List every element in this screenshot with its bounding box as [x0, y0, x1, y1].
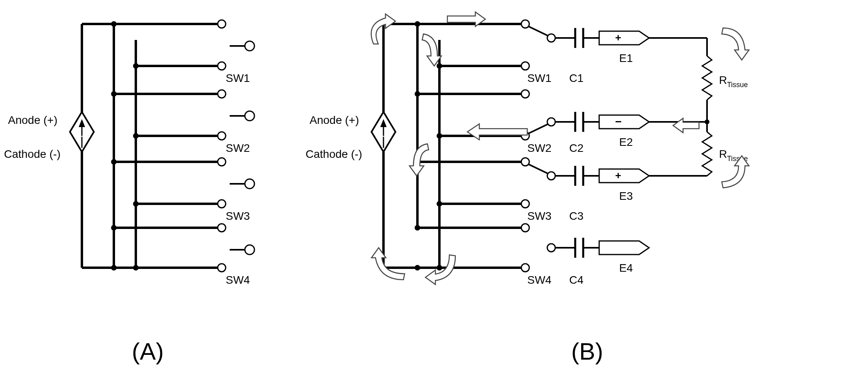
svg-point-22: [245, 111, 254, 121]
svg-line-61: [528, 26, 548, 36]
cathode-label-a: Cathode (-): [4, 148, 61, 160]
svg-point-110: [415, 265, 420, 271]
svg-point-29: [218, 158, 226, 166]
svg-line-89: [528, 164, 548, 174]
circuit-a: SW1 SW2 SW3: [4, 20, 254, 286]
svg-point-108: [415, 225, 420, 231]
circuit-b: Anode (+) Cathode (-) + SW1 C1 E1: [306, 12, 749, 286]
svg-point-34: [111, 159, 117, 165]
svg-point-38: [245, 245, 254, 255]
svg-point-21: [218, 90, 226, 98]
svg-point-37: [218, 224, 226, 232]
svg-point-30: [245, 179, 254, 189]
anode-label-b: Anode (+): [310, 114, 359, 126]
sw2a-label: SW2: [226, 142, 250, 154]
svg-point-59: [521, 62, 529, 70]
svg-point-68: [415, 21, 420, 27]
cathode-label-b: Cathode (-): [306, 148, 362, 160]
svg-marker-94: [599, 169, 649, 183]
svg-point-41: [218, 264, 226, 272]
svg-point-57: [521, 20, 529, 28]
svg-point-99: [521, 224, 529, 232]
svg-point-14: [245, 41, 254, 51]
sw1b-label: SW1: [527, 72, 552, 84]
svg-point-85: [521, 158, 529, 166]
svg-line-75: [528, 124, 548, 133]
svg-point-101: [521, 264, 529, 272]
svg-point-25: [218, 132, 226, 140]
r2-label: R: [719, 148, 727, 160]
svg-point-45: [111, 265, 117, 271]
svg-point-82: [415, 91, 420, 97]
svg-point-102: [547, 244, 555, 252]
sw3a-label: SW3: [226, 210, 250, 222]
sw3b-label: SW3: [527, 210, 552, 222]
svg-marker-107: [599, 241, 649, 255]
sw2b-label: SW2: [527, 142, 552, 154]
sw4a-label: SW4: [226, 274, 250, 286]
svg-point-97: [437, 201, 442, 207]
c3-label: C3: [569, 210, 584, 222]
current-source-b: [371, 112, 395, 152]
svg-point-18: [111, 21, 117, 27]
fig-a-label: (A): [132, 338, 164, 365]
sw4b-label: SW4: [527, 274, 552, 286]
circuit-diagram: SW1 SW2 SW3: [0, 0, 868, 382]
sw1a-label: SW1: [226, 72, 250, 84]
fig-b-label: (B): [571, 338, 603, 365]
e3-sign: +: [615, 169, 621, 181]
r1-sub: Tissue: [727, 81, 748, 89]
svg-point-13: [218, 20, 226, 28]
svg-point-42: [111, 225, 117, 231]
svg-point-71: [521, 90, 529, 98]
c1-label: C1: [569, 72, 584, 84]
svg-point-17: [218, 62, 226, 70]
e2-sign: −: [615, 115, 622, 128]
svg-point-69: [437, 63, 442, 69]
svg-point-87: [521, 200, 529, 208]
svg-point-26: [111, 91, 117, 97]
svg-marker-66: [599, 31, 649, 45]
e1-label: E1: [619, 52, 633, 64]
current-source-a: [70, 24, 94, 152]
r1-label: R: [719, 74, 727, 86]
c2-label: C2: [569, 142, 584, 154]
svg-point-83: [437, 133, 442, 139]
e2-label: E2: [619, 136, 633, 148]
c4-label: C4: [569, 274, 584, 286]
svg-point-109: [437, 265, 442, 271]
svg-point-33: [218, 200, 226, 208]
flow-arrows: [371, 12, 749, 285]
e1-sign: +: [615, 32, 621, 44]
e3-label: E3: [619, 190, 633, 202]
e4-label: E4: [619, 262, 633, 274]
anode-label-a: Anode (+): [8, 114, 58, 126]
svg-marker-80: [599, 115, 649, 129]
